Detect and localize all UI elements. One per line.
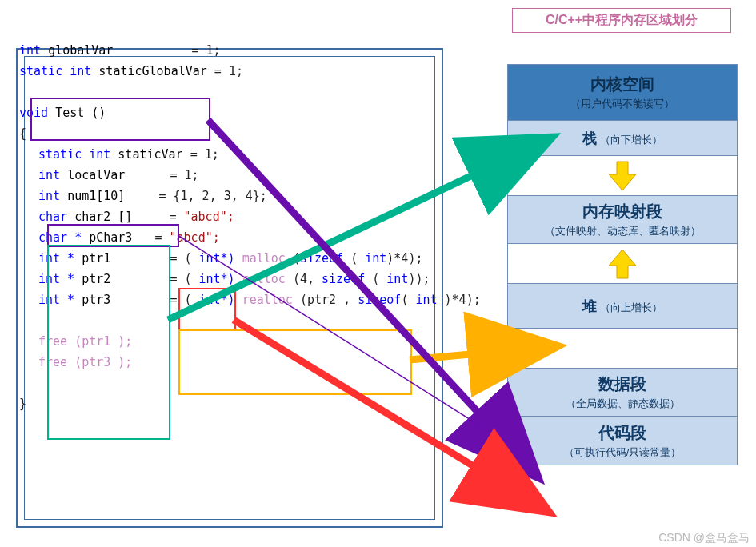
ptr3-tail: )*4); (438, 293, 481, 307)
data-sub: （全局数据、静态数据） (566, 397, 680, 411)
ptr3-p2: ( (401, 293, 415, 307)
region-gap-heap (508, 244, 737, 284)
arrow-up-icon (609, 248, 636, 280)
ptr2-eq: = ( (170, 272, 191, 286)
kw-int3: int (38, 189, 60, 203)
id-num1: num1[10] (67, 189, 125, 203)
id-char2: char2 [] (74, 210, 132, 224)
id-localVar: localVar (67, 168, 125, 182)
memory-layout-diagram: 内核空间 （用户代码不能读写） 栈 （向下增长） 内存映射段 （文件映射、动态库… (507, 64, 738, 465)
region-mmap: 内存映射段 （文件映射、动态库、匿名映射） (508, 196, 737, 244)
ptr1-cast: int*) (191, 251, 234, 266)
data-title: 数据段 (598, 373, 646, 395)
ptr2-int: int (386, 272, 408, 286)
code-listing: int globalVar = 1; static int staticGlob… (11, 40, 481, 414)
fn-calloc: calloc (242, 272, 286, 286)
fn-realloc: realloc (242, 293, 293, 307)
ptr1-int: int (365, 251, 386, 266)
ptr3-p1: (ptr2 , (300, 293, 358, 307)
heap-sub: （向上增长） (600, 301, 662, 313)
svg-marker-1 (609, 250, 636, 278)
ptr1-sizeof: sizeof (300, 251, 343, 266)
kw-charptr: char * (38, 230, 82, 245)
staticVar-init: = 1; (190, 147, 219, 162)
id-staticGlobalVar: staticGlobalVar (98, 64, 206, 78)
ptr3-sizeof: sizeof (358, 293, 401, 307)
watermark: CSDN @盒马盒马 (658, 531, 750, 545)
pChar3-str: "abcd"; (170, 230, 220, 245)
kw-void: void (19, 106, 48, 120)
codeseg-title: 代码段 (598, 422, 646, 444)
ptr1-eq: = ( (170, 251, 191, 266)
ptr2-cast: int*) (191, 272, 234, 286)
region-stack: 栈 （向下增长） (508, 121, 737, 156)
localVar-init: = 1; (170, 168, 198, 182)
free-ptr3: free (ptr3 ); (38, 352, 481, 373)
free-ptr1: free (ptr1 ); (38, 331, 481, 352)
staticGlobal-init: = 1; (214, 64, 243, 78)
fn-malloc: malloc (242, 251, 286, 266)
brace-close: } (19, 393, 481, 414)
kernel-title: 内核空间 (590, 74, 654, 95)
ptr1-p2: ( (343, 251, 365, 266)
kw-int2: int (38, 168, 60, 182)
kw-intptr3: int * (38, 293, 74, 307)
char2-eq: = (169, 210, 176, 224)
id-staticVar: staticVar (118, 147, 182, 162)
codeseg-sub: （可执行代码/只读常量） (564, 445, 682, 460)
ptr3-int: int (415, 293, 437, 307)
kw-int: int (19, 43, 41, 58)
kw-static-int2: static int (38, 147, 110, 162)
mmap-sub: （文件映射、动态库、匿名映射） (545, 224, 701, 238)
id-ptr1: ptr1 (82, 251, 110, 266)
id-pChar3: pChar3 (89, 230, 132, 245)
kw-intptr2: int * (38, 272, 74, 286)
ptr1-paren: ( (293, 251, 300, 266)
id-globalVar: globalVar (48, 43, 113, 58)
kw-static-int: static int (19, 64, 91, 78)
id-ptr2: ptr2 (82, 272, 110, 286)
stack-title: 栈 (582, 130, 597, 146)
fn-Test: Test () (55, 106, 106, 120)
region-heap: 堆 （向上增长） (508, 284, 737, 329)
region-kernel: 内核空间 （用户代码不能读写） (508, 65, 737, 121)
globalVar-init: = 1; (191, 43, 220, 58)
kw-char: char (38, 210, 67, 224)
ptr3-cast: int*) (191, 293, 234, 307)
region-gap-stack (508, 156, 737, 196)
ptr2-tail: )); (408, 272, 430, 286)
stack-sub: （向下增长） (600, 134, 662, 146)
ptr2-p1: (4, (293, 272, 322, 286)
region-gap3 (508, 329, 737, 369)
svg-marker-0 (609, 162, 636, 190)
ptr2-p2: ( (365, 272, 386, 286)
char2-str: "abcd"; (184, 210, 234, 224)
ptr1-tail: )*4); (386, 251, 422, 266)
arrow-down-icon (609, 160, 636, 192)
region-code-segment: 代码段 （可执行代码/只读常量） (508, 417, 737, 465)
ptr3-eq: = ( (170, 293, 191, 307)
pChar3-eq: = (154, 230, 162, 245)
region-data-segment: 数据段 （全局数据、静态数据） (508, 369, 737, 417)
brace-open: { (19, 123, 481, 144)
diagram-title: C/C++中程序内存区域划分 (512, 8, 731, 33)
kw-intptr1: int * (38, 251, 74, 266)
heap-title: 堆 (582, 298, 597, 314)
ptr2-sizeof: sizeof (322, 272, 365, 286)
mmap-title: 内存映射段 (582, 201, 662, 222)
num1-init: = {1, 2, 3, 4}; (158, 189, 266, 203)
id-ptr3: ptr3 (82, 293, 110, 307)
kernel-sub: （用户代码不能读写） (570, 97, 674, 111)
